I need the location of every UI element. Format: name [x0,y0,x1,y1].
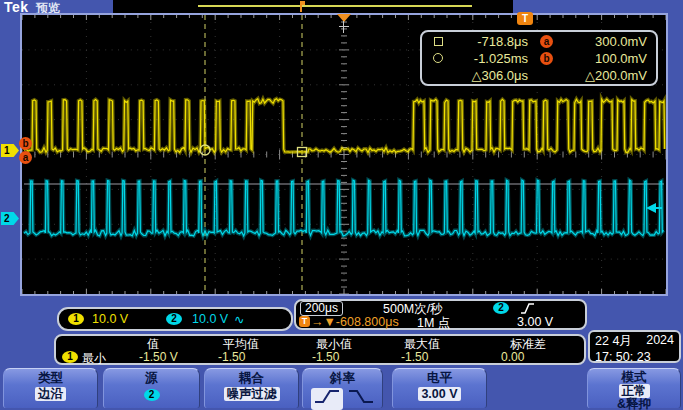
measurement-bar: 值 平均值 最小值 最大值 标准差 1 最小 -1.50 V -1.50 -1.… [54,334,586,365]
rising-edge-icon [313,388,341,406]
menu-coupling-label: 耦合 [205,371,298,387]
meas-channel-badge: 1 [62,351,78,363]
year-value: 2024 [646,333,674,350]
meas-mean: -1.50 [218,350,245,364]
cursor-delta-time: △306.0μs [471,68,528,83]
date-value: 22 4月 [595,333,632,350]
ch1-scale: 10.0 V [92,312,128,326]
cursor-readout-box: -718.8μs -1.025ms a b 300.0mV 100.0mV △3… [420,30,658,86]
ch2-badge: 2 [166,313,182,325]
menu-level-label: 电平 [393,371,486,387]
record-view-line [198,5,472,7]
cursor-delta-value: △200.0mV [585,68,647,83]
trigger-level-value: 3.00 V [517,315,553,329]
falling-edge-icon [347,388,375,406]
cursor-a-time: -718.8μs [477,34,528,49]
trigger-time-badge: T [517,12,533,25]
menu-type-label: 类型 [4,371,97,387]
slope-rising-selected[interactable] [311,388,343,410]
trigger-slope-icon [520,302,535,315]
oscilloscope-screen: Tek 预览 T -718.8μs -1.025ms a b 300.0mV 1… [0,0,683,410]
meas-name: 最小 [82,350,106,367]
menu-mode-label: 模式 [588,371,680,384]
menu-coupling-button[interactable]: 耦合 噪声过滤 [204,368,299,408]
trigger-source-badge: 2 [493,302,509,314]
meas-value: -1.50 V [139,350,178,364]
menu-slope-label: 斜率 [303,371,382,387]
menu-source-button[interactable]: 源 2 [103,368,200,408]
meas-max: -1.50 [401,350,428,364]
horizontal-readout-box: 200μs 500M次/秒 2 T →▼-608.800μs 1M 点 3.00… [294,299,587,330]
cursor-b-marker[interactable]: b [19,137,32,150]
circle-cursor-icon [433,53,443,63]
menu-level-value: 3.00 V [418,387,460,401]
menu-source-badge: 2 [144,389,160,401]
channel-readout-box: 1 10.0 V 2 10.0 V ∿ [57,307,293,331]
ch2-scale: 10.0 V [192,312,228,326]
trigger-delay-badge: T [299,316,310,327]
menu-source-label: 源 [104,371,199,387]
trigger-crosshair-h [339,26,349,27]
square-cursor-icon [434,37,443,46]
datetime-box: 22 4月 2024 17: 50: 23 [588,330,681,363]
cursor-b-badge: b [540,52,553,65]
menu-mode-value2: &释抑 [588,398,680,410]
cursor-a-value: 300.0mV [595,34,647,49]
menu-type-button[interactable]: 类型 边沿 [3,368,98,408]
cursor-b-time: -1.025ms [474,51,528,66]
ch1-ground-marker[interactable]: 1 [1,144,19,157]
menu-mode-value: 正常 [619,384,650,398]
cursor-a-marker[interactable]: a [19,151,32,164]
time-value: 17: 50: 23 [595,350,651,364]
trigger-crosshair-v [343,21,344,33]
cursor-b-value: 100.0mV [595,51,647,66]
menu-slope-button[interactable]: 斜率 [302,368,383,408]
meas-min: -1.50 [312,350,339,364]
menu-type-value: 边沿 [35,387,66,401]
record-trigger-position-icon [296,0,307,13]
meas-stddev: 0.00 [501,350,524,364]
menu-mode-button[interactable]: 模式 正常 &释抑 [587,368,681,408]
bottom-menu: 类型 边沿 源 2 耦合 噪声过滤 斜率 电平 3.00 V 模式 正常 &释抑 [0,368,683,410]
ch1-badge: 1 [68,313,84,325]
record-length: 1M 点 [417,315,450,332]
ch2-coupling-icon: ∿ [234,312,244,327]
menu-coupling-value: 噪声过滤 [224,387,280,401]
record-view-strip [113,0,513,13]
trigger-level-arrow-tail [655,207,662,209]
trigger-position-icon [337,14,351,22]
ch2-ground-marker[interactable]: 2 [1,212,19,225]
menu-level-button[interactable]: 电平 3.00 V [392,368,487,408]
cursor-a-badge: a [540,35,553,48]
trigger-delay-value: →▼-608.800μs [311,315,399,329]
slope-falling[interactable] [347,388,375,410]
timebase-value: 200μs [300,301,343,316]
